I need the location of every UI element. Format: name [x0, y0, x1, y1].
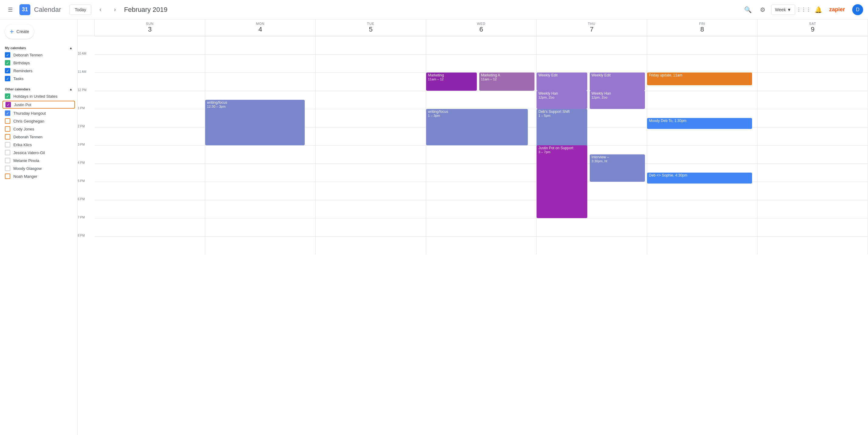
time-cell-10-2[interactable] — [316, 218, 426, 236]
checkbox-erika[interactable] — [5, 142, 10, 147]
checkbox-chris[interactable] — [5, 118, 10, 124]
search-button[interactable]: 🔍 — [742, 4, 754, 16]
time-cell-7-6[interactable] — [757, 164, 868, 182]
create-button[interactable]: + Create — [5, 24, 34, 39]
time-cell-5-2[interactable] — [316, 127, 426, 145]
checkbox-deborah[interactable]: ✓ — [5, 52, 10, 58]
time-cell-10-0[interactable] — [95, 218, 205, 236]
checkbox-jessica[interactable] — [5, 150, 10, 155]
time-cell-8-0[interactable] — [95, 182, 205, 200]
event-weekly_edit_thu[interactable]: Weekly Edit — [536, 72, 587, 91]
event-writing_focus_mon[interactable]: writing/focus 12:30 – 3pm — [205, 100, 305, 145]
sidebar-item-moody[interactable]: Moody Glasgow — [0, 164, 75, 172]
settings-button[interactable]: ⚙ — [756, 4, 769, 16]
day-number[interactable]: 7 — [538, 26, 646, 33]
time-cell-5-6[interactable] — [757, 127, 868, 145]
time-cell-3-0[interactable] — [95, 91, 205, 109]
sidebar-item-jessica[interactable]: Jessica Valero-Gil — [0, 148, 75, 157]
time-cell-11-6[interactable] — [757, 236, 868, 255]
time-cell-9-1[interactable] — [205, 200, 316, 218]
time-cell-9-5[interactable] — [647, 200, 757, 218]
time-cell-8-6[interactable] — [757, 182, 868, 200]
time-cell-9-3[interactable] — [426, 200, 536, 218]
event-marketing_wed[interactable]: Marketing 11am – 12 — [426, 72, 477, 91]
checkbox-deborah2[interactable] — [5, 134, 10, 139]
event-interview_thu[interactable]: Interview – 3:30pm, ht — [590, 155, 645, 182]
prev-week-button[interactable]: ‹ — [95, 4, 106, 15]
time-cell-0-2[interactable] — [316, 36, 426, 54]
time-cell-0-5[interactable] — [647, 36, 757, 54]
time-cell-3-3[interactable] — [426, 91, 536, 109]
time-cell-11-0[interactable] — [95, 236, 205, 255]
hamburger-menu[interactable]: ☰ — [5, 4, 16, 15]
time-cell-10-4[interactable] — [536, 218, 647, 236]
time-cell-7-2[interactable] — [316, 164, 426, 182]
time-cell-2-1[interactable] — [205, 72, 316, 91]
checkbox-moody[interactable] — [5, 166, 10, 171]
time-cell-1-6[interactable] — [757, 54, 868, 72]
time-cell-5-0[interactable] — [95, 127, 205, 145]
time-cell-0-1[interactable] — [205, 36, 316, 54]
time-cell-7-3[interactable] — [426, 164, 536, 182]
time-cell-11-2[interactable] — [316, 236, 426, 255]
checkbox-reminders[interactable]: ✓ — [5, 68, 10, 73]
time-cell-1-5[interactable] — [647, 54, 757, 72]
sidebar-item-cody[interactable]: Cody Jones — [0, 125, 75, 133]
next-week-button[interactable]: › — [110, 4, 121, 15]
day-number[interactable]: 5 — [317, 26, 425, 33]
sidebar-item-tasks[interactable]: ✓ Tasks — [0, 75, 75, 82]
time-cell-0-4[interactable] — [536, 36, 647, 54]
event-weekly_hangout_thu[interactable]: Weekly Han 12pm, Zoo — [536, 91, 587, 109]
day-number[interactable]: 3 — [96, 26, 204, 33]
time-cell-10-1[interactable] — [205, 218, 316, 236]
time-cell-2-0[interactable] — [95, 72, 205, 91]
time-cell-6-5[interactable] — [647, 145, 757, 164]
today-button[interactable]: Today — [69, 5, 91, 15]
time-cell-8-5[interactable] — [647, 182, 757, 200]
time-cell-2-6[interactable] — [757, 72, 868, 91]
event-marketing_wed2[interactable]: Marketing A 11am – 12 — [479, 72, 534, 91]
time-cell-1-2[interactable] — [316, 54, 426, 72]
time-cell-11-1[interactable] — [205, 236, 316, 255]
day-number[interactable]: 9 — [759, 26, 866, 33]
checkbox-holidays[interactable]: ✓ — [5, 94, 10, 99]
checkbox-birthdays[interactable]: ✓ — [5, 60, 10, 66]
time-cell-6-3[interactable] — [426, 145, 536, 164]
checkbox-cody[interactable] — [5, 126, 10, 132]
time-grid-scroll[interactable]: GMT-0510 AM11 AM12 PM1 PM2 PM3 PM4 PM5 P… — [78, 36, 868, 435]
time-cell-3-5[interactable] — [647, 91, 757, 109]
time-cell-0-0[interactable] — [95, 36, 205, 54]
checkbox-noah[interactable] — [5, 173, 10, 179]
time-cell-2-2[interactable] — [316, 72, 426, 91]
time-cell-10-6[interactable] — [757, 218, 868, 236]
time-cell-7-1[interactable] — [205, 164, 316, 182]
time-cell-1-0[interactable] — [95, 54, 205, 72]
my-calendars-section[interactable]: My calendars ▲ — [0, 44, 78, 51]
time-cell-10-3[interactable] — [426, 218, 536, 236]
time-cell-6-1[interactable] — [205, 145, 316, 164]
sidebar-item-justinpot[interactable]: ✓ Justin Pot — [2, 101, 75, 109]
event-justin_pot_support[interactable]: Justin Pot on Support 3 – 7pm — [536, 145, 587, 218]
time-cell-1-1[interactable] — [205, 54, 316, 72]
sidebar-item-reminders[interactable]: ✓ Reminders — [0, 67, 75, 75]
sidebar-item-deborah[interactable]: ✓ Deborah Tennen — [0, 51, 75, 59]
other-calendars-section[interactable]: Other calendars ▲ — [0, 85, 78, 92]
time-cell-6-0[interactable] — [95, 145, 205, 164]
time-cell-9-2[interactable] — [316, 200, 426, 218]
time-cell-6-2[interactable] — [316, 145, 426, 164]
day-number[interactable]: 4 — [206, 26, 314, 33]
sidebar-item-holidays[interactable]: ✓ Holidays in United States — [0, 92, 75, 100]
sidebar-item-erika[interactable]: Erika Klics — [0, 141, 75, 148]
event-weekly_edit_thu2[interactable]: Weekly Edit — [590, 72, 645, 91]
time-cell-4-2[interactable] — [316, 109, 426, 127]
time-cell-8-1[interactable] — [205, 182, 316, 200]
sidebar-item-chris[interactable]: Chris Geoghegan — [0, 117, 75, 125]
time-cell-3-6[interactable] — [757, 91, 868, 109]
sidebar-item-deborah2[interactable]: Deborah Tennen — [0, 133, 75, 141]
time-cell-8-3[interactable] — [426, 182, 536, 200]
time-cell-9-6[interactable] — [757, 200, 868, 218]
time-cell-1-3[interactable] — [426, 54, 536, 72]
time-cell-11-5[interactable] — [647, 236, 757, 255]
event-deb_sophie[interactable]: Deb <> Sophie, 4:30pm — [647, 173, 752, 183]
avatar[interactable]: D — [852, 4, 863, 15]
